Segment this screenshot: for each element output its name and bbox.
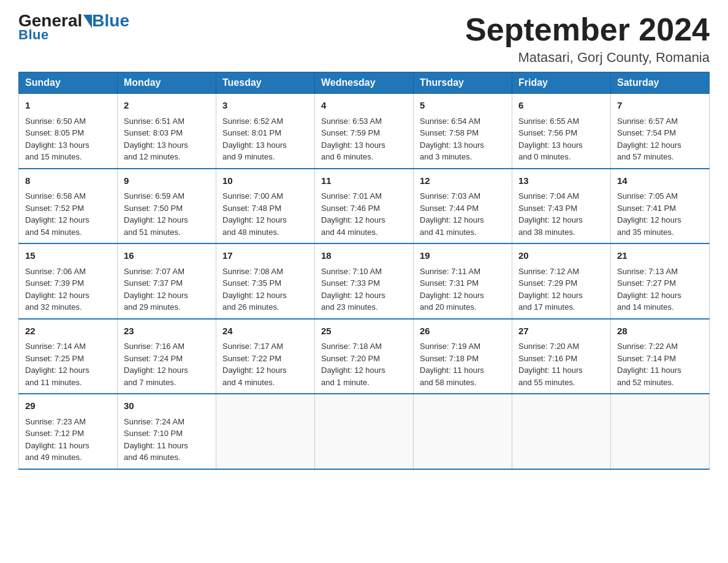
calendar-cell: 24Sunrise: 7:17 AMSunset: 7:22 PMDayligh… — [216, 319, 315, 394]
day-number: 11 — [321, 174, 407, 188]
day-number: 29 — [25, 399, 111, 413]
day-number: 25 — [321, 324, 407, 339]
day-number: 20 — [518, 249, 604, 263]
week-row-4: 22Sunrise: 7:14 AMSunset: 7:25 PMDayligh… — [19, 319, 710, 394]
day-number: 21 — [617, 249, 703, 263]
calendar-cell — [315, 394, 414, 469]
calendar-cell: 5Sunrise: 6:54 AMSunset: 7:58 PMDaylight… — [414, 94, 512, 169]
day-number: 12 — [420, 174, 506, 188]
day-info: Sunrise: 6:51 AMSunset: 8:03 PMDaylight:… — [124, 115, 210, 163]
calendar-cell — [216, 394, 315, 469]
day-number: 23 — [124, 324, 210, 339]
calendar-cell: 19Sunrise: 7:11 AMSunset: 7:31 PMDayligh… — [414, 243, 512, 319]
calendar-title: September 2024 — [465, 12, 710, 47]
day-number: 1 — [25, 99, 111, 113]
day-info: Sunrise: 7:19 AMSunset: 7:18 PMDaylight:… — [420, 340, 506, 388]
calendar-cell: 28Sunrise: 7:22 AMSunset: 7:14 PMDayligh… — [611, 319, 710, 394]
day-info: Sunrise: 7:08 AMSunset: 7:35 PMDaylight:… — [222, 266, 308, 313]
calendar-cell: 1Sunrise: 6:50 AMSunset: 8:05 PMDaylight… — [19, 94, 118, 169]
day-number: 5 — [420, 99, 506, 113]
logo-area: GeneralBlue Blue — [18, 12, 129, 43]
col-header-monday: Monday — [118, 72, 216, 94]
calendar-cell: 9Sunrise: 6:59 AMSunset: 7:50 PMDaylight… — [118, 169, 216, 244]
col-header-tuesday: Tuesday — [216, 72, 315, 94]
day-info: Sunrise: 6:53 AMSunset: 7:59 PMDaylight:… — [321, 115, 407, 163]
day-info: Sunrise: 7:18 AMSunset: 7:20 PMDaylight:… — [321, 340, 407, 388]
day-info: Sunrise: 7:00 AMSunset: 7:48 PMDaylight:… — [222, 190, 308, 238]
calendar-cell: 3Sunrise: 6:52 AMSunset: 8:01 PMDaylight… — [216, 94, 315, 169]
day-number: 2 — [124, 99, 210, 113]
day-number: 15 — [25, 249, 111, 263]
week-row-1: 1Sunrise: 6:50 AMSunset: 8:05 PMDaylight… — [19, 94, 710, 169]
week-row-5: 29Sunrise: 7:23 AMSunset: 7:12 PMDayligh… — [19, 394, 710, 469]
day-number: 30 — [124, 399, 210, 413]
page-header: GeneralBlue Blue September 2024 Matasari… — [18, 12, 710, 66]
day-info: Sunrise: 7:05 AMSunset: 7:41 PMDaylight:… — [617, 190, 703, 238]
week-row-3: 15Sunrise: 7:06 AMSunset: 7:39 PMDayligh… — [19, 243, 710, 319]
calendar-cell — [414, 394, 512, 469]
day-info: Sunrise: 7:01 AMSunset: 7:46 PMDaylight:… — [321, 190, 407, 238]
day-number: 8 — [25, 174, 111, 188]
day-info: Sunrise: 7:23 AMSunset: 7:12 PMDaylight:… — [25, 416, 111, 464]
day-info: Sunrise: 7:16 AMSunset: 7:24 PMDaylight:… — [124, 340, 210, 388]
calendar-cell: 4Sunrise: 6:53 AMSunset: 7:59 PMDaylight… — [315, 94, 414, 169]
day-number: 28 — [617, 324, 703, 339]
day-info: Sunrise: 7:22 AMSunset: 7:14 PMDaylight:… — [617, 340, 703, 388]
calendar-cell: 18Sunrise: 7:10 AMSunset: 7:33 PMDayligh… — [315, 243, 414, 319]
day-info: Sunrise: 6:59 AMSunset: 7:50 PMDaylight:… — [124, 190, 210, 238]
title-area: September 2024 Matasari, Gorj County, Ro… — [465, 12, 710, 66]
day-info: Sunrise: 6:50 AMSunset: 8:05 PMDaylight:… — [25, 115, 111, 163]
logo-blue-text: Blue — [92, 12, 129, 29]
calendar-cell: 7Sunrise: 6:57 AMSunset: 7:54 PMDaylight… — [611, 94, 710, 169]
logo-underline: Blue — [18, 27, 49, 43]
day-info: Sunrise: 7:14 AMSunset: 7:25 PMDaylight:… — [25, 340, 111, 388]
day-info: Sunrise: 7:17 AMSunset: 7:22 PMDaylight:… — [222, 340, 308, 388]
col-header-saturday: Saturday — [611, 72, 710, 94]
day-number: 16 — [124, 249, 210, 263]
day-number: 9 — [124, 174, 210, 188]
day-number: 13 — [518, 174, 604, 188]
calendar-cell: 29Sunrise: 7:23 AMSunset: 7:12 PMDayligh… — [19, 394, 118, 469]
calendar-cell: 25Sunrise: 7:18 AMSunset: 7:20 PMDayligh… — [315, 319, 414, 394]
day-info: Sunrise: 7:12 AMSunset: 7:29 PMDaylight:… — [518, 266, 604, 313]
calendar-header-row: SundayMondayTuesdayWednesdayThursdayFrid… — [19, 72, 710, 94]
calendar-cell: 8Sunrise: 6:58 AMSunset: 7:52 PMDaylight… — [19, 169, 118, 244]
day-info: Sunrise: 6:55 AMSunset: 7:56 PMDaylight:… — [518, 115, 604, 163]
day-info: Sunrise: 7:20 AMSunset: 7:16 PMDaylight:… — [518, 340, 604, 388]
calendar-cell: 27Sunrise: 7:20 AMSunset: 7:16 PMDayligh… — [512, 319, 611, 394]
calendar-cell: 26Sunrise: 7:19 AMSunset: 7:18 PMDayligh… — [414, 319, 512, 394]
calendar-cell: 20Sunrise: 7:12 AMSunset: 7:29 PMDayligh… — [512, 243, 611, 319]
day-number: 10 — [222, 174, 308, 188]
day-number: 19 — [420, 249, 506, 263]
calendar-cell: 10Sunrise: 7:00 AMSunset: 7:48 PMDayligh… — [216, 169, 315, 244]
calendar-cell: 2Sunrise: 6:51 AMSunset: 8:03 PMDaylight… — [118, 94, 216, 169]
day-info: Sunrise: 7:04 AMSunset: 7:43 PMDaylight:… — [518, 190, 604, 238]
day-info: Sunrise: 6:58 AMSunset: 7:52 PMDaylight:… — [25, 190, 111, 238]
logo-triangle-icon — [83, 15, 92, 28]
day-number: 6 — [518, 99, 604, 113]
calendar-table: SundayMondayTuesdayWednesdayThursdayFrid… — [18, 72, 710, 470]
day-info: Sunrise: 7:11 AMSunset: 7:31 PMDaylight:… — [420, 266, 506, 313]
calendar-cell: 22Sunrise: 7:14 AMSunset: 7:25 PMDayligh… — [19, 319, 118, 394]
day-number: 18 — [321, 249, 407, 263]
col-header-thursday: Thursday — [414, 72, 512, 94]
day-number: 24 — [222, 324, 308, 339]
calendar-subtitle: Matasari, Gorj County, Romania — [465, 50, 710, 66]
calendar-cell: 11Sunrise: 7:01 AMSunset: 7:46 PMDayligh… — [315, 169, 414, 244]
col-header-wednesday: Wednesday — [315, 72, 414, 94]
calendar-cell: 16Sunrise: 7:07 AMSunset: 7:37 PMDayligh… — [118, 243, 216, 319]
calendar-cell — [611, 394, 710, 469]
calendar-cell: 15Sunrise: 7:06 AMSunset: 7:39 PMDayligh… — [19, 243, 118, 319]
calendar-cell: 14Sunrise: 7:05 AMSunset: 7:41 PMDayligh… — [611, 169, 710, 244]
day-number: 17 — [222, 249, 308, 263]
calendar-cell: 6Sunrise: 6:55 AMSunset: 7:56 PMDaylight… — [512, 94, 611, 169]
day-info: Sunrise: 7:13 AMSunset: 7:27 PMDaylight:… — [617, 266, 703, 313]
day-info: Sunrise: 6:54 AMSunset: 7:58 PMDaylight:… — [420, 115, 506, 163]
calendar-cell: 21Sunrise: 7:13 AMSunset: 7:27 PMDayligh… — [611, 243, 710, 319]
calendar-cell: 12Sunrise: 7:03 AMSunset: 7:44 PMDayligh… — [414, 169, 512, 244]
calendar-cell: 30Sunrise: 7:24 AMSunset: 7:10 PMDayligh… — [118, 394, 216, 469]
col-header-friday: Friday — [512, 72, 611, 94]
day-info: Sunrise: 6:57 AMSunset: 7:54 PMDaylight:… — [617, 115, 703, 163]
day-number: 22 — [25, 324, 111, 339]
day-info: Sunrise: 6:52 AMSunset: 8:01 PMDaylight:… — [222, 115, 308, 163]
